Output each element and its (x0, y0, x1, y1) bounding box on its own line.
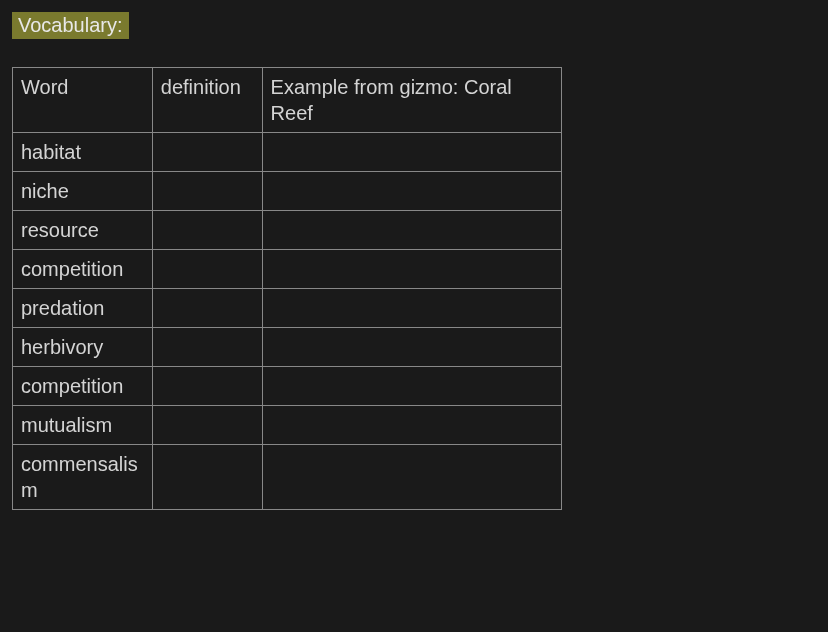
cell-example (262, 367, 561, 406)
cell-example (262, 406, 561, 445)
cell-definition (152, 289, 262, 328)
table-header-row: Word definition Example from gizmo: Cora… (13, 68, 562, 133)
cell-example (262, 250, 561, 289)
cell-example (262, 328, 561, 367)
cell-definition (152, 406, 262, 445)
cell-definition (152, 445, 262, 510)
cell-definition (152, 172, 262, 211)
cell-example (262, 445, 561, 510)
cell-definition (152, 328, 262, 367)
cell-definition (152, 133, 262, 172)
vocabulary-table: Word definition Example from gizmo: Cora… (12, 67, 562, 510)
header-word: Word (13, 68, 153, 133)
cell-example (262, 133, 561, 172)
table-row: habitat (13, 133, 562, 172)
cell-word: predation (13, 289, 153, 328)
table-row: predation (13, 289, 562, 328)
cell-word: habitat (13, 133, 153, 172)
cell-word: niche (13, 172, 153, 211)
table-row: herbivory (13, 328, 562, 367)
cell-definition (152, 367, 262, 406)
table-row: competition (13, 250, 562, 289)
vocabulary-heading: Vocabulary: (12, 12, 129, 39)
cell-word: mutualism (13, 406, 153, 445)
cell-word: competition (13, 250, 153, 289)
cell-example (262, 172, 561, 211)
table-row: competition (13, 367, 562, 406)
cell-example (262, 289, 561, 328)
header-example: Example from gizmo: Coral Reef (262, 68, 561, 133)
cell-definition (152, 250, 262, 289)
table-row: niche (13, 172, 562, 211)
cell-word: herbivory (13, 328, 153, 367)
cell-word: competition (13, 367, 153, 406)
header-definition: definition (152, 68, 262, 133)
cell-definition (152, 211, 262, 250)
table-row: resource (13, 211, 562, 250)
cell-example (262, 211, 561, 250)
table-row: commensalism (13, 445, 562, 510)
table-row: mutualism (13, 406, 562, 445)
cell-word: commensalism (13, 445, 153, 510)
cell-word: resource (13, 211, 153, 250)
